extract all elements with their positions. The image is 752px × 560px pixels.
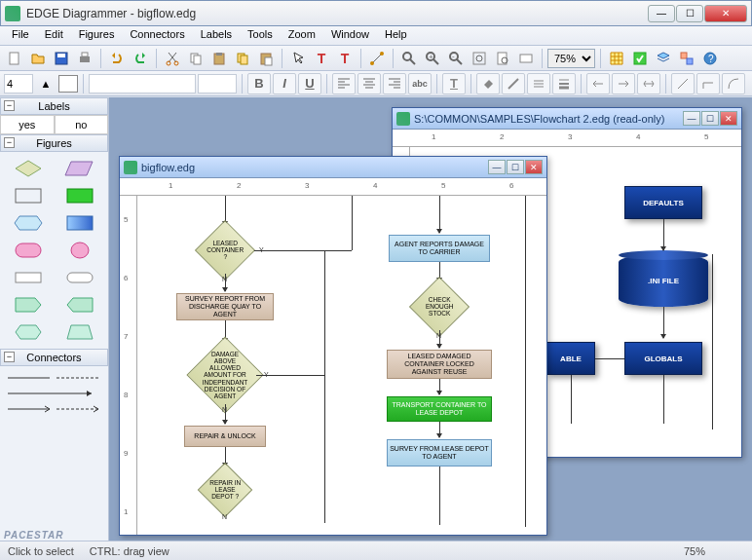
help-icon[interactable]: ? bbox=[699, 48, 721, 69]
menu-edit[interactable]: Edit bbox=[37, 26, 71, 45]
shape-pentagon-rev[interactable] bbox=[57, 294, 103, 316]
zoom-fit-icon[interactable] bbox=[469, 48, 490, 69]
label-yes[interactable]: yes bbox=[0, 115, 55, 134]
connector-open-arrow[interactable] bbox=[0, 401, 108, 417]
zoom-width-icon[interactable] bbox=[515, 48, 537, 69]
connector-curve-icon[interactable] bbox=[722, 73, 745, 94]
labels-panel-header[interactable]: − Labels bbox=[0, 97, 108, 115]
shape-p3[interactable]: AGENT REPORTS DAMAGE TO CARRIER bbox=[389, 235, 490, 262]
connector-straight-icon[interactable] bbox=[671, 73, 695, 94]
shape-d4[interactable]: CHECK ENOUGH STOCK bbox=[409, 277, 470, 337]
menu-labels[interactable]: Labels bbox=[193, 26, 240, 45]
collapse-icon[interactable]: − bbox=[4, 137, 15, 148]
menu-file[interactable]: File bbox=[4, 26, 37, 45]
connectors-panel-header[interactable]: − Connectors bbox=[0, 349, 108, 366]
connector-arrow[interactable] bbox=[0, 386, 108, 401]
menu-help[interactable]: Help bbox=[377, 26, 415, 45]
label-no[interactable]: no bbox=[55, 115, 109, 134]
align-center-icon[interactable] bbox=[357, 73, 381, 94]
shape-parallelogram[interactable] bbox=[57, 158, 103, 179]
shape-terminator[interactable] bbox=[57, 267, 103, 288]
shape-rect-outline[interactable] bbox=[6, 185, 52, 206]
menu-window[interactable]: Window bbox=[323, 26, 377, 45]
line-style-icon[interactable] bbox=[527, 73, 550, 94]
arrow-end-icon[interactable] bbox=[612, 73, 635, 94]
print-icon[interactable] bbox=[74, 48, 95, 69]
shape-d2[interactable]: DAMAGE ABOVE ALLOWED AMOUNT FOR INDEPEND… bbox=[186, 336, 263, 413]
doc-close-button[interactable]: ✕ bbox=[525, 160, 543, 174]
shape-rect-plain[interactable] bbox=[6, 267, 52, 288]
group-icon[interactable] bbox=[676, 48, 697, 69]
doc-max-button[interactable]: ☐ bbox=[507, 160, 524, 174]
shape-diamond[interactable] bbox=[6, 158, 52, 179]
shape-hex[interactable] bbox=[6, 212, 52, 234]
fill-icon[interactable] bbox=[476, 73, 500, 94]
grid-icon[interactable] bbox=[606, 48, 627, 69]
redo-icon[interactable] bbox=[130, 48, 151, 69]
paste-icon[interactable] bbox=[208, 48, 230, 69]
zoom-page-icon[interactable] bbox=[492, 48, 513, 69]
block-globals[interactable]: GLOBALS bbox=[624, 342, 702, 375]
italic-button[interactable]: I bbox=[273, 73, 296, 94]
fontsize-input[interactable] bbox=[4, 74, 33, 93]
close-button[interactable]: ✕ bbox=[704, 5, 747, 22]
shape-roundrect[interactable] bbox=[6, 240, 52, 261]
doc-titlebar-back[interactable]: S:\COMMON\SAMPLES\Flowchart 2.edg (read-… bbox=[393, 108, 741, 130]
doc-close-button[interactable]: ✕ bbox=[720, 111, 737, 126]
doc-titlebar-front[interactable]: bigflow.edg — ☐ ✕ bbox=[120, 157, 546, 178]
connector-elbow-icon[interactable] bbox=[696, 73, 720, 94]
undo-icon[interactable] bbox=[106, 48, 128, 69]
zoom-out-icon[interactable]: - bbox=[445, 48, 467, 69]
zoom-select[interactable]: 75% bbox=[547, 49, 595, 68]
collapse-icon[interactable]: − bbox=[4, 100, 15, 111]
canvas-front[interactable]: LEASED CONTAINER ? Y N SURVEY REPORT FRO… bbox=[137, 196, 546, 535]
zoom-in-icon[interactable]: + bbox=[422, 48, 443, 69]
shape-d1[interactable]: LEASED CONTAINER ? bbox=[195, 220, 255, 280]
menu-figures[interactable]: Figures bbox=[71, 26, 123, 45]
shape-p4[interactable]: LEASED DAMAGED CONTAINER LOCKED AGAINST … bbox=[387, 350, 492, 379]
text-box-icon[interactable]: abc bbox=[408, 73, 432, 94]
minimize-button[interactable]: — bbox=[648, 5, 675, 22]
collapse-icon[interactable]: − bbox=[4, 352, 15, 362]
shape-circle[interactable] bbox=[57, 240, 103, 261]
save-icon[interactable] bbox=[51, 48, 72, 69]
paste-special-icon[interactable] bbox=[255, 48, 277, 69]
pointer-icon[interactable] bbox=[287, 48, 309, 69]
new-icon[interactable] bbox=[4, 48, 25, 69]
fontsize-up-icon[interactable]: ▲ bbox=[35, 73, 56, 94]
connector-tool-icon[interactable] bbox=[366, 48, 388, 69]
line-weight-icon[interactable] bbox=[552, 73, 576, 94]
arrow-start-icon[interactable] bbox=[586, 73, 610, 94]
open-icon[interactable] bbox=[27, 48, 49, 69]
text-color-icon[interactable]: T bbox=[442, 73, 466, 94]
figures-panel-header[interactable]: − Figures bbox=[0, 134, 108, 152]
doc-window-front[interactable]: bigflow.edg — ☐ ✕ 1 2 3 4 5 6 5 6 7 8 9 … bbox=[119, 156, 547, 536]
block-able[interactable]: ABLE bbox=[546, 342, 595, 375]
shape-p1[interactable]: SURVEY REPORT FROM DISCHARGE QUAY TO AGE… bbox=[176, 293, 274, 320]
align-left-icon[interactable] bbox=[332, 73, 356, 94]
menu-zoom[interactable]: Zoom bbox=[281, 26, 323, 45]
block-defaults[interactable]: DEFAULTS bbox=[624, 186, 702, 219]
text-tool-icon[interactable]: T bbox=[311, 48, 332, 69]
shape-p6[interactable]: SURVEY FROM LEASE DEPOT TO AGENT bbox=[387, 439, 492, 467]
doc-min-button[interactable]: — bbox=[683, 111, 700, 126]
zoom-icon[interactable] bbox=[398, 48, 420, 69]
layers-icon[interactable] bbox=[653, 48, 674, 69]
cut-icon[interactable] bbox=[162, 48, 183, 69]
line-color-icon[interactable] bbox=[502, 73, 525, 94]
shape-pentagon[interactable] bbox=[6, 294, 52, 316]
shape-p2[interactable]: REPAIR & UNLOCK bbox=[184, 426, 266, 447]
doc-max-button[interactable]: ☐ bbox=[701, 111, 719, 126]
connector-solid[interactable] bbox=[0, 370, 108, 386]
font-size-input[interactable] bbox=[198, 74, 237, 93]
copy-icon[interactable] bbox=[185, 48, 207, 69]
maximize-button[interactable]: ☐ bbox=[676, 5, 703, 22]
shape-p5[interactable]: TRANSPORT CONTAINER TO LEASE DEPOT bbox=[387, 396, 492, 422]
underline-button[interactable]: U bbox=[298, 73, 321, 94]
menu-tools[interactable]: Tools bbox=[240, 26, 281, 45]
shape-rect-blue[interactable] bbox=[57, 212, 103, 234]
font-family-input[interactable] bbox=[89, 74, 196, 93]
align-right-icon[interactable] bbox=[383, 73, 406, 94]
block-ini[interactable]: .INI FILE bbox=[619, 254, 708, 307]
snap-icon[interactable] bbox=[629, 48, 651, 69]
